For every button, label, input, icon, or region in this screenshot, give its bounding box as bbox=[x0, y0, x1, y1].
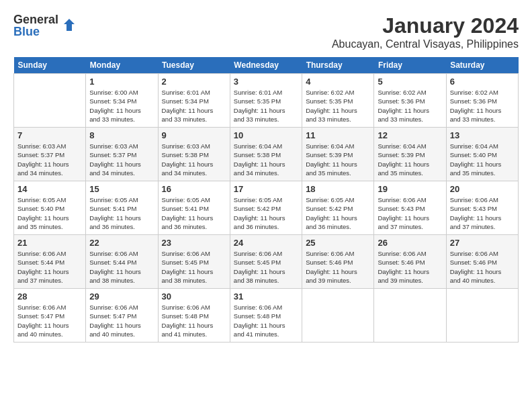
calendar-cell: 30Sunrise: 6:06 AM Sunset: 5:48 PM Dayli… bbox=[158, 289, 230, 342]
col-header-tuesday: Tuesday bbox=[158, 57, 230, 74]
cell-info: Sunrise: 6:03 AM Sunset: 5:37 PM Dayligh… bbox=[17, 142, 82, 177]
day-number: 5 bbox=[378, 77, 442, 87]
cell-info: Sunrise: 6:06 AM Sunset: 5:43 PM Dayligh… bbox=[450, 195, 515, 231]
cell-info: Sunrise: 6:05 AM Sunset: 5:40 PM Dayligh… bbox=[17, 195, 82, 231]
col-header-thursday: Thursday bbox=[302, 57, 374, 74]
calendar-cell: 11Sunrise: 6:04 AM Sunset: 5:39 PM Dayli… bbox=[302, 128, 374, 181]
cell-info: Sunrise: 6:04 AM Sunset: 5:40 PM Dayligh… bbox=[450, 142, 515, 177]
day-number: 7 bbox=[17, 130, 82, 140]
calendar-cell: 29Sunrise: 6:06 AM Sunset: 5:47 PM Dayli… bbox=[86, 289, 158, 342]
day-number: 16 bbox=[162, 184, 226, 194]
cell-info: Sunrise: 6:05 AM Sunset: 5:41 PM Dayligh… bbox=[89, 195, 154, 231]
cell-info: Sunrise: 6:04 AM Sunset: 5:39 PM Dayligh… bbox=[378, 142, 442, 177]
day-number: 15 bbox=[89, 184, 154, 194]
calendar-cell: 16Sunrise: 6:05 AM Sunset: 5:41 PM Dayli… bbox=[158, 181, 230, 235]
cell-info: Sunrise: 6:01 AM Sunset: 5:34 PM Dayligh… bbox=[162, 88, 226, 124]
calendar-cell: 5Sunrise: 6:02 AM Sunset: 5:36 PM Daylig… bbox=[374, 74, 446, 128]
calendar-cell: 7Sunrise: 6:03 AM Sunset: 5:37 PM Daylig… bbox=[14, 128, 86, 181]
cell-info: Sunrise: 6:06 AM Sunset: 5:45 PM Dayligh… bbox=[162, 249, 226, 285]
calendar-cell: 28Sunrise: 6:06 AM Sunset: 5:47 PM Dayli… bbox=[14, 289, 86, 342]
calendar-cell bbox=[302, 289, 374, 342]
calendar-cell: 22Sunrise: 6:06 AM Sunset: 5:44 PM Dayli… bbox=[86, 235, 158, 289]
calendar-cell: 9Sunrise: 6:03 AM Sunset: 5:38 PM Daylig… bbox=[158, 128, 230, 181]
cell-info: Sunrise: 6:06 AM Sunset: 5:47 PM Dayligh… bbox=[17, 303, 82, 338]
calendar-cell: 21Sunrise: 6:06 AM Sunset: 5:44 PM Dayli… bbox=[14, 235, 86, 289]
day-number: 1 bbox=[89, 77, 154, 87]
cell-info: Sunrise: 6:06 AM Sunset: 5:48 PM Dayligh… bbox=[234, 303, 298, 338]
calendar-cell: 24Sunrise: 6:06 AM Sunset: 5:45 PM Dayli… bbox=[230, 235, 302, 289]
day-number: 6 bbox=[450, 77, 515, 87]
col-header-wednesday: Wednesday bbox=[230, 57, 302, 74]
cell-info: Sunrise: 6:06 AM Sunset: 5:46 PM Dayligh… bbox=[378, 249, 442, 285]
day-number: 27 bbox=[450, 238, 515, 248]
cell-info: Sunrise: 6:03 AM Sunset: 5:37 PM Dayligh… bbox=[89, 142, 154, 177]
calendar-cell bbox=[446, 289, 518, 342]
day-number: 2 bbox=[162, 77, 226, 87]
day-number: 25 bbox=[306, 238, 370, 248]
calendar-cell: 17Sunrise: 6:05 AM Sunset: 5:42 PM Dayli… bbox=[230, 181, 302, 235]
cell-info: Sunrise: 6:06 AM Sunset: 5:46 PM Dayligh… bbox=[306, 249, 370, 285]
cell-info: Sunrise: 6:02 AM Sunset: 5:36 PM Dayligh… bbox=[450, 88, 515, 124]
logo-icon bbox=[61, 17, 77, 34]
cell-info: Sunrise: 6:06 AM Sunset: 5:48 PM Dayligh… bbox=[162, 303, 226, 338]
day-number: 26 bbox=[378, 238, 442, 248]
calendar-cell: 23Sunrise: 6:06 AM Sunset: 5:45 PM Dayli… bbox=[158, 235, 230, 289]
calendar-cell: 3Sunrise: 6:01 AM Sunset: 5:35 PM Daylig… bbox=[230, 74, 302, 128]
day-number: 8 bbox=[89, 130, 154, 140]
calendar-cell: 26Sunrise: 6:06 AM Sunset: 5:46 PM Dayli… bbox=[374, 235, 446, 289]
cell-info: Sunrise: 6:00 AM Sunset: 5:34 PM Dayligh… bbox=[89, 88, 154, 124]
day-number: 20 bbox=[450, 184, 515, 194]
day-number: 19 bbox=[378, 184, 442, 194]
day-number: 28 bbox=[17, 291, 82, 302]
day-number: 10 bbox=[234, 130, 298, 140]
calendar-cell: 2Sunrise: 6:01 AM Sunset: 5:34 PM Daylig… bbox=[158, 74, 230, 128]
cell-info: Sunrise: 6:01 AM Sunset: 5:35 PM Dayligh… bbox=[234, 88, 298, 124]
day-number: 29 bbox=[89, 291, 154, 302]
cell-info: Sunrise: 6:04 AM Sunset: 5:39 PM Dayligh… bbox=[306, 142, 370, 177]
cell-info: Sunrise: 6:04 AM Sunset: 5:38 PM Dayligh… bbox=[234, 142, 298, 177]
day-number: 3 bbox=[234, 77, 298, 87]
calendar-cell: 19Sunrise: 6:06 AM Sunset: 5:43 PM Dayli… bbox=[374, 181, 446, 235]
day-number: 21 bbox=[17, 238, 82, 248]
logo-blue-text: Blue bbox=[13, 26, 58, 38]
col-header-monday: Monday bbox=[86, 57, 158, 74]
week-row-4: 21Sunrise: 6:06 AM Sunset: 5:44 PM Dayli… bbox=[14, 235, 519, 289]
logo-general-text: General bbox=[13, 13, 58, 26]
calendar-cell: 8Sunrise: 6:03 AM Sunset: 5:37 PM Daylig… bbox=[86, 128, 158, 181]
day-number: 24 bbox=[234, 238, 298, 248]
calendar-cell: 27Sunrise: 6:06 AM Sunset: 5:46 PM Dayli… bbox=[446, 235, 518, 289]
day-number: 14 bbox=[17, 184, 82, 194]
col-header-sunday: Sunday bbox=[14, 57, 86, 74]
cell-info: Sunrise: 6:06 AM Sunset: 5:44 PM Dayligh… bbox=[17, 249, 82, 285]
calendar-cell: 14Sunrise: 6:05 AM Sunset: 5:40 PM Dayli… bbox=[14, 181, 86, 235]
location: Abucayan, Central Visayas, Philippines bbox=[332, 38, 519, 50]
cell-info: Sunrise: 6:06 AM Sunset: 5:46 PM Dayligh… bbox=[450, 249, 515, 285]
cell-info: Sunrise: 6:05 AM Sunset: 5:41 PM Dayligh… bbox=[162, 195, 226, 231]
month-title: January 2024 bbox=[332, 13, 519, 38]
header-row: SundayMondayTuesdayWednesdayThursdayFrid… bbox=[14, 57, 519, 74]
calendar-cell: 1Sunrise: 6:00 AM Sunset: 5:34 PM Daylig… bbox=[86, 74, 158, 128]
calendar-cell bbox=[374, 289, 446, 342]
cell-info: Sunrise: 6:03 AM Sunset: 5:38 PM Dayligh… bbox=[162, 142, 226, 177]
calendar-cell: 13Sunrise: 6:04 AM Sunset: 5:40 PM Dayli… bbox=[446, 128, 518, 181]
week-row-5: 28Sunrise: 6:06 AM Sunset: 5:47 PM Dayli… bbox=[14, 289, 519, 342]
calendar-cell: 10Sunrise: 6:04 AM Sunset: 5:38 PM Dayli… bbox=[230, 128, 302, 181]
col-header-saturday: Saturday bbox=[446, 57, 518, 74]
week-row-3: 14Sunrise: 6:05 AM Sunset: 5:40 PM Dayli… bbox=[14, 181, 519, 235]
calendar-cell bbox=[14, 74, 86, 128]
day-number: 17 bbox=[234, 184, 298, 194]
logo: General Blue bbox=[13, 13, 77, 38]
day-number: 22 bbox=[89, 238, 154, 248]
day-number: 31 bbox=[234, 291, 298, 302]
calendar-cell: 6Sunrise: 6:02 AM Sunset: 5:36 PM Daylig… bbox=[446, 74, 518, 128]
cell-info: Sunrise: 6:06 AM Sunset: 5:45 PM Dayligh… bbox=[234, 249, 298, 285]
day-number: 23 bbox=[162, 238, 226, 248]
title-block: January 2024 Abucayan, Central Visayas, … bbox=[332, 13, 519, 50]
cell-info: Sunrise: 6:06 AM Sunset: 5:44 PM Dayligh… bbox=[89, 249, 154, 285]
calendar-cell: 12Sunrise: 6:04 AM Sunset: 5:39 PM Dayli… bbox=[374, 128, 446, 181]
calendar-cell: 4Sunrise: 6:02 AM Sunset: 5:35 PM Daylig… bbox=[302, 74, 374, 128]
calendar-cell: 25Sunrise: 6:06 AM Sunset: 5:46 PM Dayli… bbox=[302, 235, 374, 289]
cell-info: Sunrise: 6:06 AM Sunset: 5:47 PM Dayligh… bbox=[89, 303, 154, 338]
day-number: 9 bbox=[162, 130, 226, 140]
page-header: General Blue January 2024 Abucayan, Cent… bbox=[13, 13, 519, 50]
